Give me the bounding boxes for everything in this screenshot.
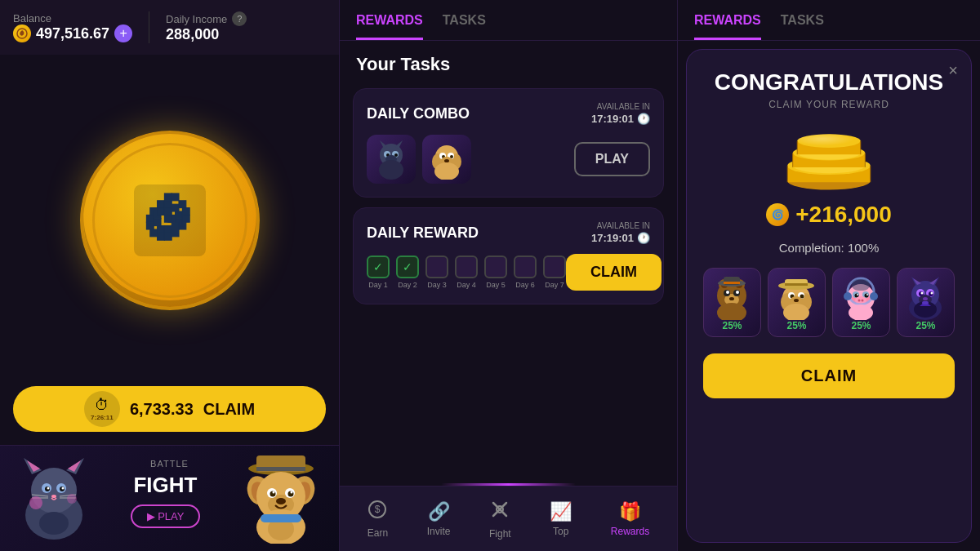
svg-point-165 <box>931 292 933 295</box>
coin-inner-ring <box>92 143 247 298</box>
earn-icon: $ <box>368 500 387 524</box>
right-claim-button[interactable]: CLAIM <box>703 353 955 398</box>
balance-label: Balance <box>13 12 132 24</box>
svg-rect-22 <box>157 226 164 233</box>
day-label-5: Day 5 <box>486 281 506 289</box>
claim-bar[interactable]: ⏱ 7:26:11 6,733.33 CLAIM <box>13 386 326 432</box>
svg-rect-51 <box>256 467 305 471</box>
day-item-1: ✓ Day 1 <box>367 256 390 289</box>
svg-point-41 <box>51 495 56 498</box>
rewards-icon: 🎁 <box>619 501 641 522</box>
nav-earn[interactable]: $ Earn <box>358 495 398 544</box>
svg-rect-21 <box>164 226 172 233</box>
available-time: 17:19:01 🕐 <box>591 113 650 125</box>
top-label: Top <box>553 526 568 537</box>
svg-point-144 <box>857 294 858 295</box>
battle-char-left <box>13 454 95 544</box>
day-item-4: Day 4 <box>455 256 478 289</box>
close-button[interactable]: × <box>948 61 958 80</box>
right-panel: REWARDS TASKS Your Tasks × CONGRATULATIO… <box>678 0 980 551</box>
nav-rewards[interactable]: 🎁 Rewards <box>601 496 659 542</box>
nav-top[interactable]: 📈 Top <box>540 496 581 542</box>
day-item-2: ✓ Day 2 <box>396 256 419 289</box>
day-label-6: Day 6 <box>515 281 535 289</box>
reward-clock-icon: 🕐 <box>637 232 650 244</box>
svg-rect-10 <box>157 233 164 240</box>
characters-grid: 25% <box>703 268 955 337</box>
svg-point-62 <box>272 491 274 493</box>
reward-available-info: AVAILABLE IN 17:19:01 🕐 <box>591 221 650 244</box>
svg-rect-13 <box>146 215 154 222</box>
right-tab-rewards[interactable]: REWARDS <box>694 13 761 40</box>
svg-rect-26 <box>164 208 172 216</box>
battle-label: BATTLE <box>150 459 189 469</box>
coin-icon-small <box>13 24 31 42</box>
svg-text:$: $ <box>375 504 381 515</box>
task-card-header: DAILY COMBO AVAILABLE IN 17:19:01 🕐 <box>367 102 650 125</box>
available-label: AVAILABLE IN <box>597 102 650 111</box>
svg-rect-15 <box>157 201 164 208</box>
available-info: AVAILABLE IN 17:19:01 🕐 <box>591 102 650 125</box>
tab-tasks[interactable]: TASKS <box>443 13 486 40</box>
day-check-2: ✓ <box>396 256 419 278</box>
cat-character <box>16 454 93 544</box>
fight-icon <box>489 499 510 525</box>
claim-reward-subtitle: CLAIM YOUR REWARD <box>768 99 889 110</box>
tab-rewards[interactable]: REWARDS <box>356 13 423 40</box>
svg-rect-20 <box>172 222 179 229</box>
claim-task-button[interactable]: CLAIM <box>566 254 662 291</box>
reward-available-time: 17:19:01 🕐 <box>591 232 650 244</box>
coin-main-area[interactable] <box>0 55 339 386</box>
char-percent-1: 25% <box>722 320 742 331</box>
add-balance-button[interactable]: + <box>114 24 132 42</box>
svg-point-64 <box>276 498 286 504</box>
daily-income-value: 288,000 <box>166 26 247 43</box>
char-2-svg <box>774 275 819 320</box>
svg-point-164 <box>921 292 924 295</box>
char-card-3: 25% <box>832 268 890 337</box>
day-check-6 <box>514 256 537 278</box>
svg-rect-9 <box>164 233 172 240</box>
middle-panel: REWARDS TASKS Your Tasks DAILY COMBO AVA… <box>339 0 678 551</box>
earn-label: Earn <box>368 527 388 539</box>
clock-icon: 🕐 <box>637 113 650 125</box>
reward-coin-icon: 🌀 <box>766 203 789 226</box>
claim-button-label: CLAIM <box>203 400 255 419</box>
day-check-1: ✓ <box>367 256 390 278</box>
svg-rect-5 <box>182 208 189 216</box>
svg-point-152 <box>870 292 878 300</box>
svg-rect-4 <box>179 201 186 208</box>
right-tabs: REWARDS TASKS <box>678 0 980 41</box>
svg-rect-18 <box>175 211 182 219</box>
nav-fight[interactable]: Fight <box>479 494 521 544</box>
play-task-button[interactable]: PLAY <box>574 142 650 176</box>
reward-available-label: AVAILABLE IN <box>597 221 650 230</box>
char-card-1: 25% <box>703 268 761 337</box>
combo-char-2 <box>422 135 471 184</box>
timer-icon: ⏱ <box>95 397 109 414</box>
reward-amount: 🌀 +216,000 <box>766 202 892 228</box>
svg-rect-67 <box>261 514 301 522</box>
svg-point-40 <box>61 487 64 489</box>
char-3-svg <box>839 275 884 320</box>
day-item-6: Day 6 <box>514 256 537 289</box>
svg-rect-11 <box>149 229 157 237</box>
char-4-svg <box>903 275 948 320</box>
main-coin[interactable] <box>80 131 260 310</box>
svg-point-148 <box>862 300 864 302</box>
svg-rect-17 <box>172 204 179 211</box>
svg-rect-6 <box>182 215 189 222</box>
daily-reward-title: DAILY REWARD <box>367 224 479 242</box>
balance-value: 497,516.67 + <box>13 24 132 42</box>
left-panel: Balance 497,516.67 + Daily Income ? 288,… <box>0 0 339 551</box>
svg-point-117 <box>736 291 739 294</box>
help-icon[interactable]: ? <box>232 11 247 26</box>
spiral-logo <box>125 176 215 265</box>
right-tab-tasks[interactable]: TASKS <box>781 13 824 40</box>
svg-rect-23 <box>154 219 161 226</box>
svg-rect-25 <box>157 208 164 216</box>
svg-point-47 <box>67 494 77 504</box>
play-button[interactable]: ▶ PLAY <box>131 504 201 528</box>
claim-amount: 6,733.33 <box>130 400 194 419</box>
nav-invite[interactable]: 🔗 Invite <box>417 496 461 542</box>
